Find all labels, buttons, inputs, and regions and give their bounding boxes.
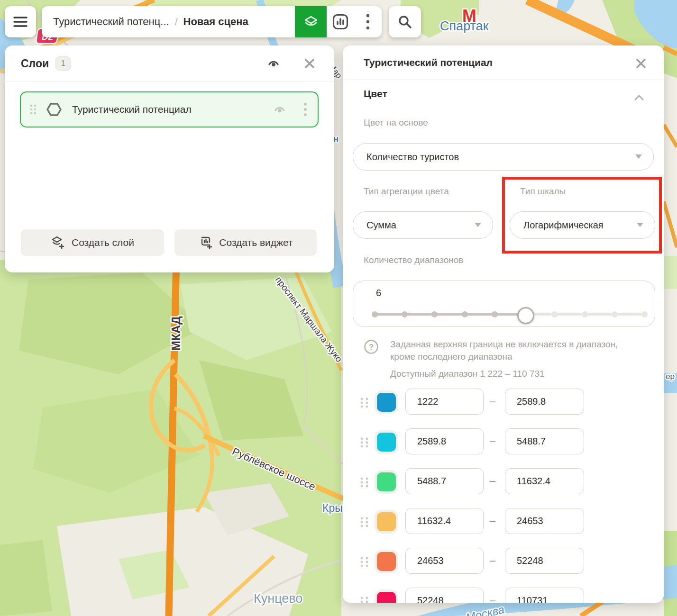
widgets-button[interactable] xyxy=(327,6,354,37)
create-widget-button[interactable]: Создать виджет xyxy=(174,229,317,256)
map-label-spartak[interactable]: Спартак xyxy=(440,19,489,33)
range-from-input[interactable]: 52248 xyxy=(405,588,484,603)
eye-icon xyxy=(268,58,279,69)
add-widget-icon xyxy=(198,236,212,250)
layers-panel: Слои 1 Туристический потенциал xyxy=(5,45,334,272)
layers-panel-header: Слои 1 xyxy=(5,45,334,82)
eye-icon xyxy=(274,104,285,115)
close-icon xyxy=(635,58,647,69)
upper-bound-hint: Заданная верхняя граница не включается в… xyxy=(390,338,623,363)
ranges-slider[interactable] xyxy=(375,310,644,318)
layer-visibility-button[interactable] xyxy=(271,101,288,118)
drag-handle-icon[interactable] xyxy=(359,436,370,449)
ranges-count-label: Количество диапазонов xyxy=(364,255,463,265)
range-row: 11632.4 – 24653 xyxy=(343,508,664,535)
range-swatch[interactable] xyxy=(377,512,396,531)
scale-type-select[interactable]: Логарифмическая xyxy=(510,211,655,239)
range-swatch[interactable] xyxy=(377,393,396,412)
layer-settings-panel: Туристический потенциал Цвет Цвет на осн… xyxy=(343,45,664,603)
create-layer-button[interactable]: Создать слой xyxy=(21,229,164,256)
caret-down-icon xyxy=(635,154,642,159)
caret-down-icon xyxy=(637,223,643,227)
layers-icon xyxy=(304,15,318,28)
settings-panel-title: Туристический потенциал xyxy=(364,57,493,68)
range-row: 2589.8 – 5488.7 xyxy=(343,428,664,456)
range-to-input[interactable]: 11632.4 xyxy=(505,468,584,494)
divider xyxy=(343,80,664,80)
drag-handle-icon[interactable] xyxy=(359,516,370,528)
create-widget-label: Создать виджет xyxy=(219,237,293,248)
drag-handle-icon[interactable] xyxy=(359,476,370,489)
range-to-input[interactable]: 2589.8 xyxy=(505,389,584,415)
range-to-input[interactable]: 110731 xyxy=(505,588,584,603)
ranges-count-value[interactable]: 6 xyxy=(376,288,381,299)
range-dash: – xyxy=(490,554,495,567)
toggle-all-visibility-button[interactable] xyxy=(265,55,282,72)
layer-more-button[interactable] xyxy=(297,101,314,118)
svg-text:?: ? xyxy=(369,343,374,352)
search-button[interactable] xyxy=(389,6,421,37)
chevron-up-icon xyxy=(633,94,645,101)
breadcrumb-separator: / xyxy=(175,16,178,27)
range-swatch[interactable] xyxy=(377,552,396,571)
breadcrumb: Туристический потенц... / Новая сцена xyxy=(42,6,382,37)
color-section-collapse-button[interactable] xyxy=(631,89,648,106)
menu-button[interactable] xyxy=(5,6,36,37)
drag-handle-icon[interactable] xyxy=(359,397,370,409)
range-row: 24653 – 52248 xyxy=(343,548,664,575)
close-icon xyxy=(304,58,315,69)
range-dash: – xyxy=(490,475,495,487)
layer-item-selected[interactable]: Туристический потенциал xyxy=(20,91,319,127)
slider-handle[interactable] xyxy=(517,307,534,324)
range-from-input[interactable]: 5488.7 xyxy=(405,468,484,494)
range-to-input[interactable]: 5488.7 xyxy=(505,428,584,454)
color-section-title: Цвет xyxy=(364,88,387,100)
drag-handle-icon[interactable] xyxy=(359,556,370,568)
layers-toggle-button[interactable] xyxy=(295,6,327,37)
ranges-slider-ticks xyxy=(375,310,644,318)
range-to-input[interactable]: 24653 xyxy=(505,508,584,534)
add-layer-icon xyxy=(51,236,65,250)
range-dash: – xyxy=(490,515,495,527)
layer-item-label: Туристический потенциал xyxy=(72,104,192,115)
range-dash: – xyxy=(490,435,495,447)
range-to-input[interactable]: 52248 xyxy=(505,548,584,574)
layers-panel-close-button[interactable] xyxy=(301,55,318,72)
color-based-on-value: Количество туристов xyxy=(366,152,459,163)
drag-handle-icon[interactable] xyxy=(29,104,37,115)
breadcrumb-project[interactable]: Туристический потенц... xyxy=(53,16,169,28)
range-swatch[interactable] xyxy=(377,433,396,452)
layers-count-badge: 1 xyxy=(55,56,71,71)
kebab-icon xyxy=(303,102,307,117)
hamburger-icon xyxy=(13,16,27,27)
range-swatch[interactable] xyxy=(377,472,396,491)
range-from-input[interactable]: 24653 xyxy=(405,548,484,574)
range-row: 52248 – 110731 xyxy=(343,588,664,603)
create-layer-label: Создать слой xyxy=(72,237,134,248)
aggregation-label: Тип агрегации цвета xyxy=(364,186,449,197)
settings-panel-close-button[interactable] xyxy=(632,55,650,72)
range-swatch[interactable] xyxy=(377,592,396,603)
range-from-input[interactable]: 11632.4 xyxy=(405,508,484,534)
scale-label: Тип шкалы xyxy=(520,186,566,197)
aggregation-select[interactable]: Сумма xyxy=(353,211,493,239)
layers-panel-title: Слои xyxy=(21,57,49,70)
divider xyxy=(5,82,334,82)
scale-type-value: Логарифмическая xyxy=(523,220,604,231)
search-icon xyxy=(398,15,412,29)
color-based-on-label: Цвет на основе xyxy=(364,118,428,128)
chart-icon xyxy=(332,14,348,30)
map-label-kuntsevo[interactable]: Кунцево xyxy=(254,591,302,606)
app-screen: { "topbar": { "breadcrumb": { "project":… xyxy=(0,0,677,616)
available-range-text: Доступный диапазон 1 222 – 110 731 xyxy=(390,369,545,379)
more-menu-button[interactable] xyxy=(354,6,382,37)
help-icon: ? xyxy=(364,339,379,354)
hexagon-layer-icon xyxy=(46,103,62,116)
range-from-input[interactable]: 1222 xyxy=(405,389,484,415)
drag-handle-icon[interactable] xyxy=(359,596,370,603)
caret-down-icon xyxy=(475,223,481,227)
range-row: 5488.7 – 11632.4 xyxy=(343,468,664,496)
range-from-input[interactable]: 2589.8 xyxy=(405,428,484,454)
color-based-on-select[interactable]: Количество туристов xyxy=(353,143,654,171)
breadcrumb-scene: Новая сцена xyxy=(183,16,248,28)
